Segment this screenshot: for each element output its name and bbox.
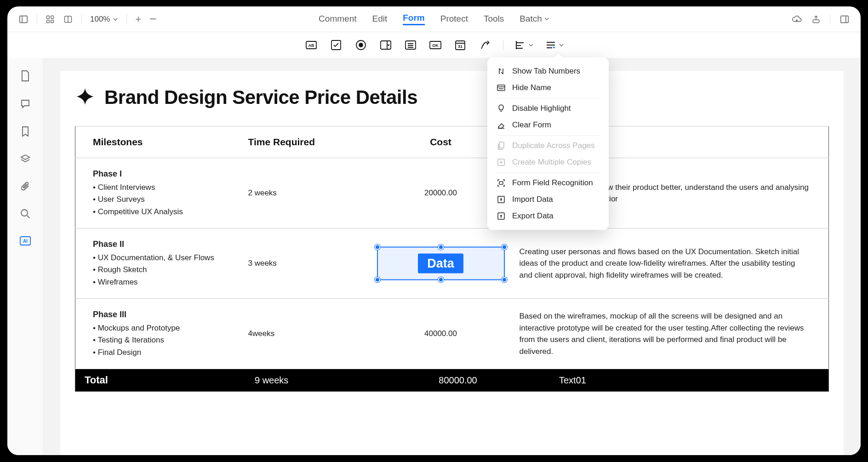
table-row: Phase II • UX Documentation, & User Flow…	[75, 228, 829, 299]
signature-field-icon[interactable]	[478, 38, 492, 52]
svg-point-15	[359, 43, 363, 47]
svg-text:AI: AI	[23, 239, 28, 244]
svg-rect-42	[499, 142, 504, 148]
svg-rect-46	[499, 182, 503, 184]
dropdown-field-icon[interactable]	[379, 38, 393, 52]
layers-icon[interactable]	[20, 154, 31, 166]
svg-rect-17	[405, 41, 416, 49]
resize-handle[interactable]	[502, 245, 507, 250]
table-row: Phase I • Client Interviews • User Surve…	[75, 158, 829, 228]
panel-left-icon[interactable]	[18, 14, 29, 24]
dropdown-separator	[496, 172, 600, 173]
resize-handle[interactable]	[438, 245, 444, 250]
left-sidebar: AI	[7, 58, 43, 455]
cell-milestones: Phase I • Client Interviews • User Surve…	[75, 158, 241, 228]
toolbar-left: 100% + −	[18, 12, 157, 26]
more-form-tool[interactable]	[545, 39, 564, 51]
svg-text:31: 31	[457, 44, 462, 49]
comment-panel-icon[interactable]	[20, 98, 31, 111]
cell-milestones: Phase III • Mockups and Prototype • Test…	[75, 299, 241, 369]
total-bar: Total 9 weeks 80000.00 Text01	[75, 369, 828, 391]
svg-point-33	[21, 210, 28, 216]
multi-copy-icon	[497, 158, 506, 166]
separator	[37, 14, 37, 24]
menu-protect[interactable]: Protect	[440, 14, 468, 25]
button-field-icon[interactable]: OK	[428, 38, 442, 52]
dd-disable-highlight[interactable]: Disable Highlight	[487, 100, 609, 117]
sparkle-icon	[75, 87, 95, 108]
cell-milestones: Phase II • UX Documentation, & User Flow…	[75, 228, 241, 299]
list-box-icon[interactable]	[404, 38, 417, 52]
menu-tools[interactable]: Tools	[484, 14, 504, 25]
two-page-icon[interactable]	[63, 15, 73, 24]
search-panel-icon[interactable]	[20, 209, 30, 221]
dropdown-separator	[496, 135, 600, 136]
grid-4-icon[interactable]	[46, 15, 55, 24]
page-icon[interactable]	[20, 70, 30, 84]
cell-cost[interactable]: Data	[370, 228, 512, 299]
total-row: Total 9 weeks 80000.00 Text01	[75, 369, 829, 392]
checkbox-icon[interactable]	[329, 38, 343, 52]
form-more-dropdown: Show Tab Numbers Hide Name Disable Highl…	[487, 57, 609, 230]
radio-icon[interactable]	[354, 38, 368, 52]
svg-rect-0	[20, 16, 28, 23]
resize-handle[interactable]	[375, 277, 380, 283]
app-window: 100% + − Comment Edit Form Protect Tools…	[7, 6, 861, 455]
selected-form-field[interactable]: Data	[377, 247, 505, 280]
separator	[503, 40, 503, 50]
date-field-icon[interactable]: 31	[453, 38, 467, 52]
form-toolbar: AB OK 31	[7, 32, 861, 58]
export-icon	[497, 212, 506, 220]
dd-form-field-recognition[interactable]: Form Field Recognition	[487, 175, 609, 191]
cloud-upload-icon[interactable]	[791, 14, 802, 24]
zoom-level[interactable]: 100%	[90, 15, 118, 24]
duplicate-icon	[497, 142, 506, 150]
share-icon[interactable]	[811, 14, 821, 24]
svg-rect-3	[51, 16, 54, 18]
highlight-icon	[497, 104, 506, 113]
top-toolbar: 100% + − Comment Edit Form Protect Tools…	[7, 6, 861, 32]
resize-handle[interactable]	[438, 277, 444, 283]
resize-handle[interactable]	[502, 277, 507, 283]
menu-batch[interactable]: Batch	[520, 14, 549, 25]
hide-name-icon	[497, 84, 506, 91]
ai-panel-icon[interactable]: AI	[19, 235, 31, 248]
document-canvas[interactable]: Brand Design Service Price Details Miles…	[43, 58, 861, 455]
total-cost: 80000.00	[384, 375, 531, 386]
dropdown-separator	[496, 98, 600, 98]
attachment-icon[interactable]	[20, 181, 30, 194]
dd-export-data[interactable]: Export Data	[487, 208, 609, 224]
content-area: AI Brand Design Service Price Details Mi…	[7, 58, 861, 455]
svg-line-34	[27, 216, 29, 218]
menu-bar: Comment Edit Form Protect Tools Batch	[319, 13, 549, 25]
panel-right-icon[interactable]	[839, 14, 850, 24]
resize-handle[interactable]	[375, 245, 380, 250]
zoom-out-icon[interactable]: −	[149, 12, 156, 26]
dd-import-data[interactable]: Import Data	[487, 191, 609, 208]
dd-clear-form[interactable]: Clear Form	[487, 117, 609, 133]
page-title-row: Brand Design Service Price Details	[75, 86, 829, 108]
recognition-icon	[497, 179, 506, 187]
import-icon	[497, 195, 506, 204]
svg-rect-4	[47, 20, 50, 23]
text-field-icon[interactable]: AB	[304, 38, 318, 52]
menu-edit[interactable]: Edit	[372, 14, 387, 25]
cell-time: 2 weeks	[241, 158, 370, 228]
field-label-chip: Data	[418, 254, 463, 274]
align-tool[interactable]	[514, 39, 534, 51]
document-page: Brand Design Service Price Details Miles…	[60, 71, 844, 455]
dd-show-tab-numbers[interactable]: Show Tab Numbers	[487, 63, 609, 80]
svg-text:AB: AB	[308, 43, 314, 48]
total-time: 9 weeks	[255, 375, 384, 386]
bookmark-icon[interactable]	[21, 126, 30, 139]
header-milestones: Milestones	[75, 126, 241, 158]
dd-hide-name[interactable]: Hide Name	[487, 80, 609, 96]
total-desc: Text01	[531, 375, 819, 386]
cell-time: 3 weeks	[241, 228, 370, 299]
total-label: Total	[85, 374, 255, 386]
menu-comment[interactable]: Comment	[319, 14, 356, 25]
document-title: Brand Design Service Price Details	[104, 86, 417, 108]
menu-form[interactable]: Form	[403, 13, 425, 25]
svg-rect-5	[51, 20, 54, 23]
zoom-in-icon[interactable]: +	[135, 13, 141, 25]
